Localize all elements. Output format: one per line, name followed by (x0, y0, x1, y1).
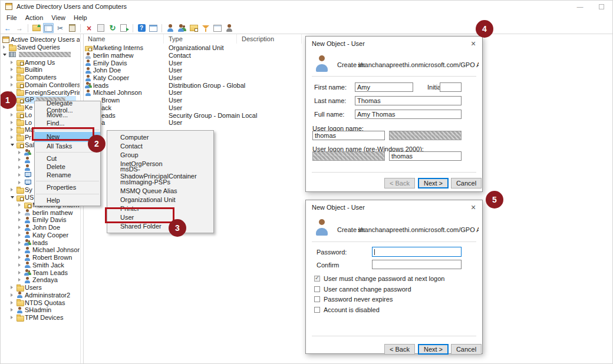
next-button[interactable]: Next > (418, 178, 449, 188)
expander-icon[interactable] (18, 218, 24, 221)
tree-item[interactable]: Active Directory Users and Comp (1, 36, 80, 44)
expander-icon[interactable] (11, 308, 16, 312)
tree-item[interactable]: NTDS Quotas (1, 299, 80, 306)
expander-icon[interactable] (18, 166, 24, 169)
expander-icon[interactable] (3, 54, 8, 56)
expander-icon[interactable] (11, 316, 16, 319)
submenu-item[interactable]: Computer (107, 133, 213, 141)
expander-icon[interactable] (18, 211, 24, 214)
export-icon[interactable] (119, 23, 130, 33)
confirm-field[interactable] (372, 260, 462, 269)
column-header-description[interactable]: Description (237, 34, 302, 44)
pre-windows-2000-domain-redacted[interactable] (312, 151, 385, 161)
tree-item[interactable]: Smith Jack (1, 262, 80, 269)
expander-icon[interactable] (11, 121, 16, 124)
newou-icon[interactable] (189, 23, 199, 33)
checkbox[interactable] (314, 296, 320, 302)
menu-item[interactable]: View (47, 13, 70, 22)
context-menu-item[interactable]: Delete (35, 163, 100, 171)
expander-icon[interactable] (11, 68, 16, 71)
menu-item[interactable]: File (2, 13, 21, 22)
upn-suffix-dropdown-redacted[interactable] (389, 131, 462, 140)
tree-item[interactable]: Domain Controllers (1, 81, 80, 89)
tree-item[interactable]: Users (1, 284, 80, 292)
expander-icon[interactable] (18, 241, 24, 244)
expander-icon[interactable] (11, 113, 16, 117)
close-icon[interactable]: × (467, 201, 480, 213)
checkbox-row[interactable]: Account is disabled (314, 305, 476, 315)
expander-icon[interactable] (18, 181, 24, 184)
tree-item[interactable]: berlin mathew (1, 209, 80, 216)
submenu-item[interactable]: msDS-ShadowPrincipalContainer (107, 168, 213, 177)
help-icon[interactable]: ? (136, 23, 147, 33)
initials-field[interactable] (440, 82, 462, 92)
expander-icon[interactable] (18, 256, 24, 259)
cancel-button[interactable]: Cancel (451, 178, 482, 188)
menu-item[interactable]: Help (70, 13, 91, 22)
cut-icon[interactable]: ✂ (55, 23, 65, 33)
newgroup-icon[interactable] (177, 23, 187, 33)
logon-name-field[interactable]: thomas (312, 131, 385, 140)
expander-icon[interactable] (18, 278, 24, 282)
tree-item[interactable]: Emily Davis (1, 216, 80, 224)
full-name-field[interactable]: Amy Thomas (355, 110, 462, 119)
tree-item[interactable]: TPM Devices (1, 314, 80, 322)
find-icon[interactable] (224, 23, 235, 33)
tree-item[interactable]: Robert Brown (1, 254, 80, 262)
expander-icon[interactable] (11, 301, 16, 305)
context-menu-item[interactable]: Move... (35, 111, 100, 119)
checkbox-row[interactable]: User must change password at next logon (314, 273, 476, 284)
checkbox[interactable] (314, 286, 320, 292)
column-header-name[interactable]: Name (84, 34, 164, 44)
tree-item[interactable]: Builtin (1, 66, 80, 74)
expander-icon[interactable] (18, 271, 24, 274)
forward-icon[interactable]: → (14, 23, 25, 33)
expander-icon[interactable] (18, 158, 24, 161)
first-name-field[interactable]: Amy (355, 82, 413, 92)
expander-icon[interactable] (18, 226, 24, 229)
expander-icon[interactable] (11, 83, 16, 87)
expander-icon[interactable] (11, 188, 16, 191)
expander-icon[interactable] (18, 263, 24, 267)
tree-item[interactable]: Saved Queries (1, 44, 80, 51)
context-menu-item[interactable]: Rename (35, 171, 100, 179)
tree-item[interactable]: Among Us (1, 58, 80, 66)
context-menu-item[interactable]: Help (35, 196, 100, 204)
back-button[interactable]: < Back (384, 178, 415, 188)
checkbox-row[interactable]: User cannot change password (314, 284, 476, 294)
tree-item[interactable]: Michael Johnson (1, 246, 80, 254)
expander-icon[interactable] (3, 45, 8, 49)
minimize-button[interactable]: — (571, 1, 589, 12)
context-menu-item[interactable]: Delegate Control... (35, 102, 100, 111)
menu-item[interactable]: Action (21, 13, 48, 22)
window-icon[interactable] (148, 23, 159, 33)
expander-icon[interactable] (18, 173, 24, 177)
next-button[interactable]: Next > (418, 344, 449, 355)
submenu-item[interactable]: Organizational Unit (107, 195, 213, 204)
newuser-icon[interactable] (165, 23, 176, 33)
context-menu-item[interactable]: Find... (35, 119, 100, 127)
expander-icon[interactable] (18, 151, 24, 154)
expander-icon[interactable] (11, 196, 16, 198)
filter-icon[interactable] (200, 23, 211, 33)
expander-icon[interactable] (18, 248, 24, 252)
tree-item[interactable]: Zendaya (1, 276, 80, 284)
tree-item[interactable]: leads (1, 239, 80, 246)
tree-item[interactable]: John Doe (1, 224, 80, 231)
delete-icon[interactable]: × (84, 23, 94, 33)
tree-item[interactable] (1, 51, 80, 59)
properties-icon[interactable] (95, 23, 106, 33)
context-menu-item[interactable]: Cut (35, 154, 100, 163)
list-icon[interactable] (212, 23, 223, 33)
expander-icon[interactable] (18, 233, 24, 237)
uplevel-icon[interactable] (31, 23, 42, 33)
password-field[interactable] (372, 247, 462, 257)
tree-item[interactable]: SHadmin (1, 306, 80, 314)
consoletree-icon[interactable] (43, 23, 54, 33)
submenu-item[interactable]: MSMQ Queue Alias (107, 186, 213, 195)
tree-item[interactable]: Admininstrator2 (1, 292, 80, 299)
close-icon[interactable]: × (467, 38, 480, 49)
tree-item[interactable]: Computers (1, 74, 80, 81)
column-header-type[interactable]: Type (164, 34, 237, 44)
tree-item[interactable]: Katy Cooper (1, 231, 80, 239)
